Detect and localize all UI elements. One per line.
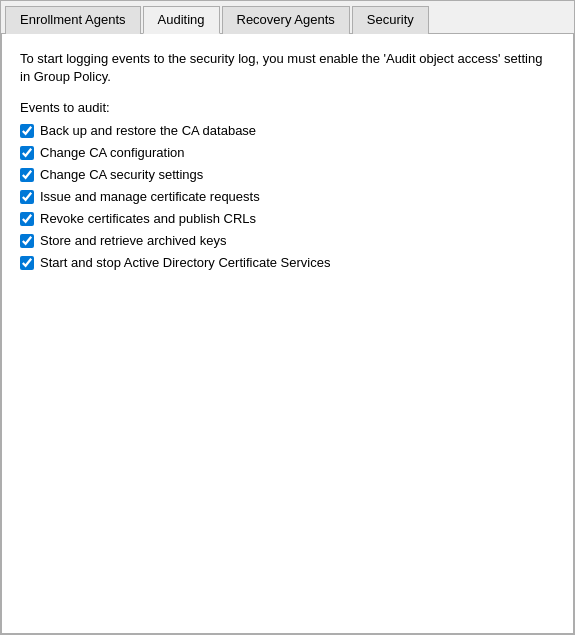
checkbox-label-cb2[interactable]: Change CA configuration — [40, 145, 185, 160]
checkbox-cb2[interactable] — [20, 146, 34, 160]
checkbox-cb3[interactable] — [20, 168, 34, 182]
checkbox-cb4[interactable] — [20, 190, 34, 204]
checkbox-item-cb1[interactable]: Back up and restore the CA database — [20, 123, 555, 138]
checkbox-item-cb6[interactable]: Store and retrieve archived keys — [20, 233, 555, 248]
tab-content: To start logging events to the security … — [1, 34, 574, 634]
checkbox-item-cb2[interactable]: Change CA configuration — [20, 145, 555, 160]
checkbox-label-cb4[interactable]: Issue and manage certificate requests — [40, 189, 260, 204]
checkbox-cb7[interactable] — [20, 256, 34, 270]
tab-recovery-agents[interactable]: Recovery Agents — [222, 6, 350, 34]
checkbox-cb5[interactable] — [20, 212, 34, 226]
checkbox-list: Back up and restore the CA databaseChang… — [20, 123, 555, 270]
tab-security[interactable]: Security — [352, 6, 429, 34]
description-text: To start logging events to the security … — [20, 50, 555, 86]
events-label: Events to audit: — [20, 100, 555, 115]
tab-auditing[interactable]: Auditing — [143, 6, 220, 34]
checkbox-label-cb6[interactable]: Store and retrieve archived keys — [40, 233, 226, 248]
checkbox-label-cb5[interactable]: Revoke certificates and publish CRLs — [40, 211, 256, 226]
dialog-container: Enrollment AgentsAuditingRecovery Agents… — [0, 0, 575, 635]
checkbox-item-cb5[interactable]: Revoke certificates and publish CRLs — [20, 211, 555, 226]
checkbox-item-cb3[interactable]: Change CA security settings — [20, 167, 555, 182]
checkbox-cb6[interactable] — [20, 234, 34, 248]
checkbox-item-cb7[interactable]: Start and stop Active Directory Certific… — [20, 255, 555, 270]
tab-enrollment-agents[interactable]: Enrollment Agents — [5, 6, 141, 34]
checkbox-cb1[interactable] — [20, 124, 34, 138]
checkbox-label-cb7[interactable]: Start and stop Active Directory Certific… — [40, 255, 330, 270]
checkbox-item-cb4[interactable]: Issue and manage certificate requests — [20, 189, 555, 204]
checkbox-label-cb1[interactable]: Back up and restore the CA database — [40, 123, 256, 138]
checkbox-label-cb3[interactable]: Change CA security settings — [40, 167, 203, 182]
tab-bar: Enrollment AgentsAuditingRecovery Agents… — [1, 1, 574, 34]
